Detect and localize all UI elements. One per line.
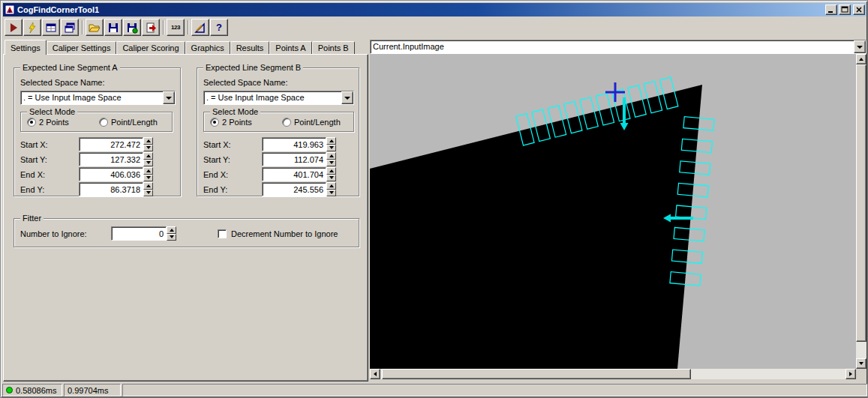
image-record-dropdown-button[interactable] [854,40,866,53]
spin-up-button[interactable] [143,137,153,145]
spin-down-button[interactable] [143,190,153,197]
group-b-legend: Expected Line Segment B [203,63,303,72]
spin-up-button[interactable] [326,167,336,175]
tab-points-a[interactable]: Points A [269,41,311,54]
spin-down-icon [170,235,174,238]
maximize-button[interactable] [839,4,851,15]
start-x-input-a[interactable] [79,137,143,151]
load-image-button[interactable] [142,19,160,36]
lightning-icon [26,22,38,34]
electric-run-button[interactable] [23,19,41,36]
spin-down-button[interactable] [143,145,153,152]
start-x-input-b[interactable] [262,137,326,151]
spin-up-button[interactable] [143,152,153,160]
image-record-selector[interactable]: Current.InputImage [370,40,866,54]
toolbar-separator [82,20,83,34]
toolbar: 123 ? [5,19,229,36]
radio-option: Point/Length [99,118,158,127]
end-y-spinner-b [326,182,336,196]
tab-points-b[interactable]: Points B [312,41,355,54]
spin-up-button[interactable] [326,137,336,145]
spin-up-button[interactable] [326,182,336,190]
tab-settings[interactable]: Settings [5,40,47,55]
space-name-label-a: Selected Space Name: [20,78,105,87]
window: CogFindCornerTool1 [0,0,868,398]
scroll-right-button[interactable] [845,369,856,379]
spin-down-button[interactable] [326,190,336,197]
vertical-scroll-thumb[interactable] [856,64,866,342]
spin-up-button[interactable] [143,167,153,175]
tab-graphics[interactable]: Graphics [185,41,230,54]
number-to-ignore-spinner [167,226,176,241]
space-name-combobox-b[interactable]: . = Use Input Image Space [203,91,354,105]
help-button[interactable]: ? [210,19,228,36]
radio-2-points-a[interactable] [27,118,36,127]
start-x-spinner-b [326,137,336,151]
select-mode-legend-a: Select Mode [27,107,77,116]
spin-down-button[interactable] [143,160,153,167]
space-name-value-b: . = Use Input Image Space [204,91,341,104]
radio-point-length-a[interactable] [99,118,108,127]
image-display[interactable] [370,54,856,369]
start-x-label-a: Start X: [20,140,79,149]
scroll-left-button[interactable] [370,369,380,379]
end-x-label-b: End X: [203,170,262,179]
tab-results[interactable]: Results [230,41,270,54]
save-image-icon [126,22,138,34]
start-y-input-a[interactable] [79,152,143,166]
numeric-format-button[interactable]: 123 [167,19,185,36]
total-time-value: 0.99704ms [68,386,108,395]
start-x-spinner-a [143,137,153,151]
radio-2-points-label-a: 2 Points [39,118,69,127]
spin-up-icon [146,169,151,172]
space-name-dropdown-button-a[interactable] [163,91,175,104]
results-window-button[interactable] [42,19,60,36]
save-image-button[interactable] [123,19,141,36]
float-window-button[interactable] [61,19,79,36]
spin-down-button[interactable] [143,175,153,182]
scroll-up-icon [859,58,863,61]
run-time-value: 0.58086ms [16,386,56,395]
radio-point-length-label-a: Point/Length [111,118,158,127]
save-file-button[interactable] [104,19,122,36]
space-name-dropdown-button-b[interactable] [341,91,353,104]
end-y-input-a[interactable] [79,182,143,196]
spin-up-button[interactable] [167,226,176,234]
protractor-icon [194,22,206,34]
spin-up-icon [146,154,151,157]
end-x-input-a[interactable] [79,167,143,181]
spin-down-icon [329,191,334,194]
radio-point-length-b[interactable] [282,118,291,127]
spin-down-button[interactable] [326,160,336,167]
group-expected-line-segment-b: Expected Line Segment B Selected Space N… [197,67,359,196]
tab-caliper-scoring[interactable]: Caliper Scoring [116,41,185,54]
end-y-input-b[interactable] [262,182,326,196]
start-y-input-b[interactable] [262,152,326,166]
radio-2-points-b[interactable] [210,118,219,127]
space-name-combobox-a[interactable]: . = Use Input Image Space [20,91,176,105]
results-window-icon [45,22,57,34]
vertical-scrollbar[interactable] [856,54,866,369]
close-icon [855,6,863,13]
open-file-button[interactable] [86,19,104,36]
number-to-ignore-input[interactable] [111,226,167,241]
spin-down-button[interactable] [167,234,176,241]
spin-up-button[interactable] [143,182,153,190]
spin-down-button[interactable] [326,145,336,152]
status-cell-empty [122,384,867,397]
close-button[interactable] [853,4,865,15]
units-button[interactable] [191,19,209,36]
horizontal-scrollbar[interactable] [370,369,856,379]
scroll-up-button[interactable] [856,54,866,64]
end-x-input-b[interactable] [262,167,326,181]
spin-up-button[interactable] [326,152,336,160]
decrement-checkbox[interactable] [218,229,227,238]
maximize-icon [841,6,848,13]
scroll-down-button[interactable] [856,358,866,369]
radio-point-length-label-b: Point/Length [294,118,341,127]
minimize-button[interactable] [825,4,837,15]
horizontal-scroll-thumb[interactable] [382,369,691,379]
spin-down-button[interactable] [326,175,336,182]
run-button[interactable] [5,19,23,36]
tab-caliper-settings[interactable]: Caliper Settings [47,41,117,54]
